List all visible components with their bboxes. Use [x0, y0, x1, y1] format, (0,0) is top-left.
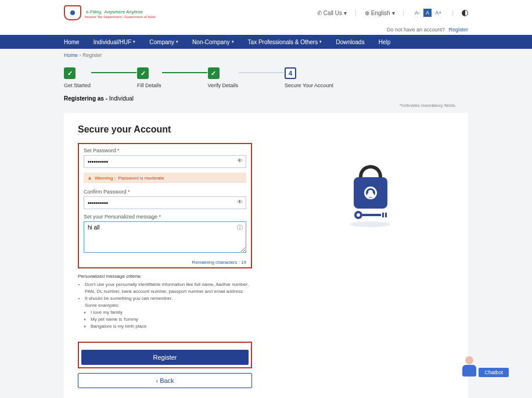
chatbot-avatar-icon [461, 356, 477, 377]
back-button[interactable]: ‹ Back [78, 373, 252, 388]
step-4-label: Secure Your Account [285, 83, 333, 88]
nav-downloads[interactable]: Downloads [336, 39, 364, 45]
logo-subtitle: Income Tax Department, Government of Ind… [85, 15, 155, 19]
phone-icon: ✆ [317, 10, 322, 16]
site-logo[interactable]: e-Filing Anywhere Anytime Income Tax Dep… [64, 5, 155, 20]
criteria-item: Don't use your personally identifiable i… [85, 281, 252, 295]
toggle-password-visibility-icon[interactable]: 👁 [237, 199, 243, 205]
example-item: My pet name is Tommy [91, 316, 252, 323]
font-increase-button[interactable]: A+ [433, 9, 444, 17]
form-heading: Secure your Account [78, 124, 252, 135]
chevron-down-icon: ▾ [392, 10, 395, 16]
chevron-down-icon: ▾ [176, 40, 178, 44]
chatbot-widget[interactable]: Chatbot [461, 356, 509, 377]
register-link[interactable]: Register [448, 27, 468, 33]
remaining-chars-count: 19 [241, 260, 246, 265]
crumb-current: Register [82, 52, 102, 58]
shadow-icon [350, 221, 391, 227]
person-icon [364, 187, 377, 199]
nav-company[interactable]: Company▾ [149, 39, 178, 45]
personalized-message-label: Set your Personalized message * [84, 214, 246, 220]
nav-taxpro-label: Tax Professionals & Others [248, 39, 318, 45]
step-4-active-icon: 4 [285, 67, 296, 79]
emblem-icon [64, 5, 81, 20]
crumb-sep: › [80, 52, 81, 58]
warning-message: Password is moderate [118, 175, 164, 181]
toggle-password-visibility-icon[interactable]: 👁 [237, 157, 243, 164]
progress-stepper: ✓ Get Started ✓ Fill Details ✓ Verify De… [0, 60, 532, 93]
breadcrumb: Home › Register [0, 49, 532, 60]
warning-triangle-icon: ▲ [87, 175, 92, 181]
step-3-done-icon: ✓ [208, 67, 220, 79]
nav-downloads-label: Downloads [336, 39, 364, 45]
highlighted-register-section: Register [78, 342, 252, 368]
step-2-label: Fill Details [137, 83, 161, 88]
globe-icon: ⊕ [365, 10, 369, 16]
separator: | [452, 10, 454, 16]
nav-company-label: Company [149, 39, 174, 45]
confirm-password-input[interactable] [84, 196, 246, 209]
step-1-done-icon: ✓ [64, 67, 76, 79]
font-default-button[interactable]: A [423, 9, 432, 17]
highlighted-form-section: Set Password * 👁 ▲ Warning : Password is… [78, 143, 252, 268]
password-warning-banner: ▲ Warning : Password is moderate [84, 173, 246, 183]
no-account-text: Do not have an account? [387, 27, 445, 33]
call-us-label: Call Us [323, 10, 342, 16]
nav-noncompany-label: Non-Company [192, 39, 229, 45]
language-selector[interactable]: ⊕ English ▾ [365, 10, 395, 16]
warning-prefix: Warning : [95, 175, 116, 181]
logo-tag: Anywhere Anytime [105, 9, 143, 15]
nav-home[interactable]: Home [64, 39, 80, 45]
set-password-input[interactable] [84, 155, 246, 168]
step-2-done-icon: ✓ [137, 67, 149, 79]
criteria-block: Personalized message criteria: Don't use… [78, 273, 252, 330]
criteria-item: It should be something you can remember. [85, 296, 172, 301]
logo-title: e-Filing [86, 9, 101, 15]
chevron-down-icon: ▾ [319, 40, 322, 44]
font-decrease-button[interactable]: A- [412, 9, 422, 17]
theme-toggle-icon[interactable] [462, 10, 468, 16]
registering-as-type: Individual [109, 95, 134, 102]
nav-non-company[interactable]: Non-Company▾ [192, 39, 233, 45]
lock-body-icon [354, 177, 387, 209]
registering-as-prefix: Registering as - [64, 95, 109, 102]
nav-home-label: Home [64, 39, 80, 45]
nav-help-label: Help [379, 39, 391, 45]
separator: | [355, 10, 357, 16]
key-icon [354, 213, 387, 217]
criteria-title: Personalized message criteria: [78, 273, 252, 280]
chevron-down-icon: ▾ [232, 40, 234, 44]
step-3-label: Verify Details [208, 83, 239, 88]
step-1-label: Get Started [64, 83, 91, 88]
chevron-down-icon: ▾ [344, 10, 347, 16]
chevron-down-icon: ▾ [133, 40, 135, 44]
language-label: English [371, 10, 390, 16]
mandatory-note: *Indicates mandatory fields. [0, 103, 532, 110]
call-us-link[interactable]: ✆ Call Us ▾ [317, 10, 347, 16]
secure-account-illustration [287, 124, 454, 388]
chatbot-label: Chatbot [479, 368, 509, 377]
font-size-group: A- A A+ [412, 9, 444, 17]
register-button[interactable]: Register [81, 350, 249, 365]
example-item: Bangalore is my birth place [91, 323, 252, 330]
example-item: I love my family [91, 309, 252, 316]
crumb-home[interactable]: Home [64, 52, 78, 58]
personalized-message-input[interactable] [84, 221, 246, 253]
separator: | [403, 10, 405, 16]
info-icon[interactable]: ⓘ [237, 224, 243, 232]
nav-individual-huf[interactable]: Individual/HUF▾ [94, 39, 136, 45]
set-password-label: Set Password * [84, 148, 246, 153]
nav-indiv-label: Individual/HUF [94, 39, 132, 45]
confirm-password-label: Confirm Password * [84, 189, 246, 195]
nav-tax-professionals[interactable]: Tax Professionals & Others▾ [248, 39, 322, 45]
examples-title: Some examples: [85, 303, 120, 308]
nav-help[interactable]: Help [379, 39, 391, 45]
remaining-chars-prefix: Remaining characters : [192, 260, 241, 265]
